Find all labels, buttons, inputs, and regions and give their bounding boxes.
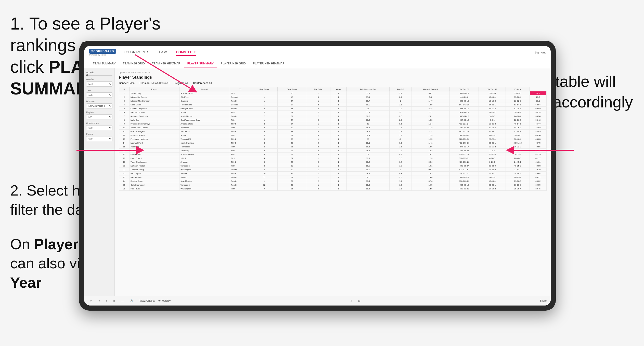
cell-player[interactable]: Petr Hruby	[129, 187, 179, 191]
cell-player[interactable]: Jackson Koivun	[129, 110, 179, 114]
cell-conf-rank: 15	[278, 91, 306, 95]
gender-select[interactable]: Men Women	[86, 81, 112, 87]
table-row[interactable]: 21 Taehoon Song Washington Fourth 5 23 1…	[119, 168, 547, 172]
watch-btn[interactable]: 👁 Watch ▾	[158, 299, 171, 302]
cell-sg: -0.2	[389, 153, 411, 156]
toolbar-dash[interactable]: —	[120, 299, 125, 303]
table-row[interactable]: 23 Jack Lundin Missouri Fourth 11 24 1 1…	[119, 175, 547, 179]
cell-player[interactable]: Jack Lundin	[129, 175, 179, 179]
slider-track[interactable]	[86, 75, 112, 76]
cell-player[interactable]: Taehoon Song	[129, 168, 179, 172]
cell-school: Washington	[179, 187, 230, 191]
nav-right: | Sign out	[533, 51, 546, 54]
table-row[interactable]: 5 Christo Lamprecht Georgia Tech Fourth …	[119, 107, 547, 110]
cell-wins: 1	[330, 118, 347, 122]
cell-vt25: 10-10-2	[479, 99, 506, 103]
cell-avgsg: 1.66	[411, 145, 450, 149]
cell-num: 22	[119, 172, 130, 175]
toolbar-copy[interactable]: ⧉	[112, 299, 117, 303]
conference-select[interactable]: (All)	[86, 125, 112, 130]
share-btn[interactable]: Share	[540, 299, 547, 302]
table-row[interactable]: 9 Preston Summerhays Arizona State Third…	[119, 122, 547, 126]
cell-adj: 67.3	[347, 110, 390, 114]
toolbar-download[interactable]: ⬇	[349, 299, 354, 303]
toolbar-back[interactable]: ⟨	[105, 299, 109, 303]
table-row[interactable]: 11 Gordon Sargent Vanderbilt Third 4 21 …	[119, 130, 547, 133]
table-row[interactable]: 7 Nicholas Gabrielcik North Florida Four…	[119, 114, 547, 118]
cell-adj: 69.1	[347, 141, 390, 145]
table-row[interactable]: 4 Luke Claton Florida State Second 1 27 …	[119, 103, 547, 107]
cell-reg-rank: 3	[251, 141, 278, 145]
cell-wins: 1	[330, 168, 347, 172]
slider-area[interactable]	[86, 75, 112, 76]
cell-yr: First	[230, 156, 251, 160]
table-row[interactable]: 20 Matthew Riedel Vanderbilt Fifth 8 23 …	[119, 164, 547, 168]
table-row[interactable]: 15 Jake Hall Tennessee Fifth 8 26 0 1 68…	[119, 145, 547, 149]
cell-rds: 1	[306, 91, 330, 95]
table-row[interactable]: 17 David Ford North Carolina Fifth 9 19 …	[119, 153, 547, 156]
cell-points: 86.2	[530, 91, 546, 95]
cell-points: 58.18	[530, 110, 546, 114]
sign-out-link[interactable]: Sign out	[534, 51, 546, 54]
table-row[interactable]: 8 Mats Ege East Tennessee State Fifth 1 …	[119, 118, 547, 122]
cell-reg-rank: 4	[251, 156, 278, 160]
table-row[interactable]: 22 Ian Gilligan Florida Third 10 24 1 1 …	[119, 172, 547, 175]
table-row[interactable]: 3 Michael Thorbjornsen Stanford Fourth 1…	[119, 99, 547, 103]
table-row[interactable]: 10 Jacob Skov Olesen Arkansas Fifth 3 23…	[119, 126, 547, 130]
table-row[interactable]: 13 Phichakon Maichon Texas A&M Third 6 3…	[119, 137, 547, 141]
year-select[interactable]: (All) First Second Third Fourth Fifth	[86, 92, 112, 98]
toolbar-grid[interactable]: ⊞	[357, 299, 362, 303]
table-row[interactable]: 26 Petr Hruby Washington Fifth 7 25 0 1 …	[119, 187, 547, 191]
table-row[interactable]: 6 Jackson Koivun Auburn First 2 17 2 1 6…	[119, 110, 547, 114]
cell-player[interactable]: Cole Sherwood	[129, 183, 179, 187]
table-row[interactable]: 14 Maxwell Ford North Carolina Third 3 2…	[119, 141, 547, 145]
cell-vt25: 28-15-0	[479, 91, 506, 95]
cell-rds: 2	[306, 114, 330, 118]
cell-adj: 68.8	[347, 164, 390, 168]
gender-label: Gender	[86, 78, 112, 81]
cell-avgsg: 1.92	[411, 149, 450, 153]
cell-player[interactable]: Preston Summerhays	[129, 122, 179, 126]
cell-adj: 68.2	[347, 103, 390, 107]
subnav-team-summary[interactable]: TEAM SUMMARY	[89, 60, 119, 67]
cell-points: 40.68	[530, 172, 546, 175]
table-row[interactable]: 24 Bastien Amat New Mexico Fourth 1 27 2…	[119, 179, 547, 183]
toolbar-clock[interactable]: 🕐	[128, 299, 134, 303]
toolbar-undo[interactable]: ↩	[88, 299, 93, 303]
subnav-player-h2h-heatmap[interactable]: PLAYER H2H HEATMAP	[249, 60, 288, 67]
cell-adj: 69.4	[347, 179, 390, 183]
region-select[interactable]: N/A All	[86, 114, 112, 119]
table-row[interactable]: 18 Luke Powell UCLA First 4 24 1 1 69.1 …	[119, 156, 547, 160]
cell-player[interactable]: Michael Thorbjornsen	[129, 99, 179, 103]
cell-avgsg: 0.96	[411, 160, 450, 164]
table-row[interactable]: 25 Cole Sherwood Vanderbilt Fourth 12 23…	[119, 183, 547, 187]
table-row[interactable]: 12 Brendan Valdes Auburn Fifth 5 17 0 1 …	[119, 133, 547, 137]
table-row[interactable]: 16 Alex Goff Kentucky Fifth 9 19 0 1 68.…	[119, 149, 547, 153]
cell-record: 473-177-57	[450, 168, 479, 172]
cell-player[interactable]: Nicholas Gabrielcik	[129, 114, 179, 118]
cell-rds: 2	[306, 107, 330, 110]
cell-player[interactable]: Mats Ege	[129, 118, 179, 122]
cell-conf-rank: 24	[278, 172, 306, 175]
cell-school: Washington	[179, 168, 230, 172]
cell-player[interactable]: Ian Gilligan	[129, 172, 179, 175]
cell-vt50: 22-22-0	[506, 99, 530, 103]
cell-reg-rank: 3	[251, 122, 278, 126]
cell-points: 40.02	[530, 179, 546, 183]
cell-player[interactable]: Jacob Skov Olesen	[129, 126, 179, 130]
cell-player[interactable]: Bastien Amat	[129, 179, 179, 183]
toolbar-redo[interactable]: ↪	[96, 299, 101, 303]
cell-school: East Tennessee State	[179, 118, 230, 122]
cell-vt50: 50-16-9	[506, 110, 530, 114]
cell-player[interactable]: Luke Claton	[129, 103, 179, 107]
table-row[interactable]: 19 Tiger Christensen Arizona Third 5 23 …	[119, 160, 547, 164]
cell-conf-rank: 23	[278, 126, 306, 130]
cell-avgsg: 1.73	[411, 126, 450, 130]
cell-avgsg: 1.47	[411, 153, 450, 156]
cell-player[interactable]: Christo Lamprecht	[129, 107, 179, 110]
cell-reg-rank: 4	[251, 130, 278, 133]
cell-player[interactable]: Gordon Sargent	[129, 130, 179, 133]
slider-thumb[interactable]	[86, 74, 88, 76]
cell-sg: -1.1	[389, 133, 411, 137]
division-select[interactable]: NCAA Division I NCAA Division II	[86, 103, 112, 108]
